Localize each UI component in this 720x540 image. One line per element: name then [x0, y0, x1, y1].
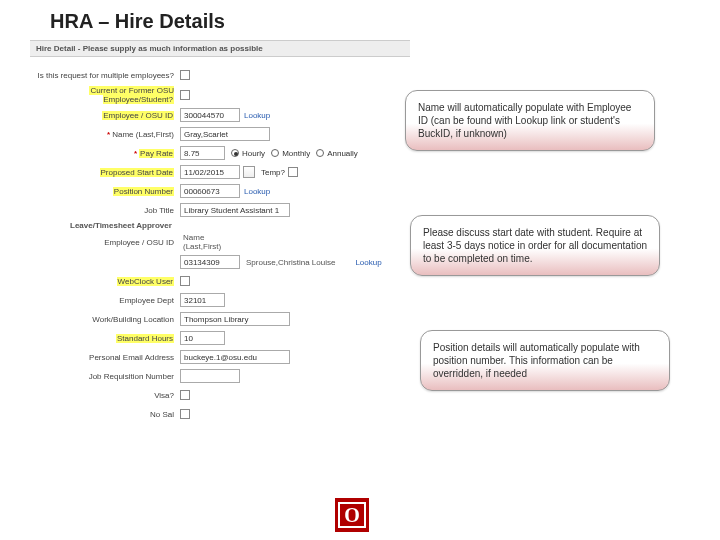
- logo-letter: O: [338, 502, 366, 528]
- temp-label: Temp?: [261, 168, 285, 177]
- empid-input[interactable]: 300044570: [180, 108, 240, 122]
- label-current: Current or Former OSU Employee/Student?: [30, 86, 180, 104]
- callout-name: Name will automatically populate with Em…: [405, 90, 655, 151]
- label-dept: Employee Dept: [30, 296, 180, 305]
- calendar-icon[interactable]: [243, 166, 255, 178]
- label-multi: Is this request for multiple employees?: [30, 71, 180, 80]
- label-jobreq: Job Requisition Number: [30, 372, 180, 381]
- jobreq-input[interactable]: [180, 369, 240, 383]
- workloc-input[interactable]: Thompson Library: [180, 312, 290, 326]
- label-name: *Name (Last,First): [30, 130, 180, 139]
- label-approverid: Employee / OSU ID: [30, 238, 180, 247]
- callout-position: Position details will automatically popu…: [420, 330, 670, 391]
- label-posnum: Position Number: [30, 187, 180, 196]
- callout-startdate: Please discuss start date with student. …: [410, 215, 660, 276]
- multi-checkbox[interactable]: [180, 70, 190, 80]
- label-nosal: No Sal: [30, 410, 180, 419]
- label-stdhours: Standard Hours: [30, 334, 180, 343]
- label-webclock: WebClock User: [30, 277, 180, 286]
- label-email: Personal Email Address: [30, 353, 180, 362]
- label-startdate: Proposed Start Date: [30, 168, 180, 177]
- email-input[interactable]: buckeye.1@osu.edu: [180, 350, 290, 364]
- dept-input[interactable]: 32101: [180, 293, 225, 307]
- nosal-checkbox[interactable]: [180, 409, 190, 419]
- form-header: Hire Detail - Please supply as much info…: [30, 40, 410, 57]
- stdhours-input[interactable]: 10: [180, 331, 225, 345]
- posnum-input[interactable]: 00060673: [180, 184, 240, 198]
- radio-monthly[interactable]: [271, 149, 279, 157]
- approver-lookup-link[interactable]: Lookup: [355, 258, 381, 267]
- radio-hourly[interactable]: [231, 149, 239, 157]
- name-input[interactable]: Gray,Scarlet: [180, 127, 270, 141]
- label-workloc: Work/Building Location: [30, 315, 180, 324]
- radio-annually-label: Annually: [327, 149, 358, 158]
- osu-logo: O: [335, 498, 369, 532]
- page-title: HRA – Hire Details: [0, 0, 720, 39]
- posnum-lookup-link[interactable]: Lookup: [244, 187, 270, 196]
- approverid-input[interactable]: 03134309: [180, 255, 240, 269]
- radio-monthly-label: Monthly: [282, 149, 310, 158]
- startdate-input[interactable]: 11/02/2015: [180, 165, 240, 179]
- label-jobtitle: Job Title: [30, 206, 180, 215]
- label-payrate: *Pay Rate: [30, 149, 180, 158]
- radio-hourly-label: Hourly: [242, 149, 265, 158]
- current-checkbox[interactable]: [180, 90, 190, 100]
- approver-name-value: Sprouse,Christina Louise: [246, 258, 335, 267]
- hire-form: Hire Detail - Please supply as much info…: [30, 40, 410, 425]
- label-visa: Visa?: [30, 391, 180, 400]
- payrate-input[interactable]: 8.75: [180, 146, 225, 160]
- empid-lookup-link[interactable]: Lookup: [244, 111, 270, 120]
- approver-section: Leave/Timesheet Approver: [70, 221, 410, 230]
- radio-annually[interactable]: [316, 149, 324, 157]
- webclock-checkbox[interactable]: [180, 276, 190, 286]
- label-empid: Employee / OSU ID: [30, 111, 180, 120]
- temp-checkbox[interactable]: [288, 167, 298, 177]
- approver-name-col: Name (Last,First): [183, 233, 238, 251]
- jobtitle-input[interactable]: Library Student Assistant 1: [180, 203, 290, 217]
- visa-checkbox[interactable]: [180, 390, 190, 400]
